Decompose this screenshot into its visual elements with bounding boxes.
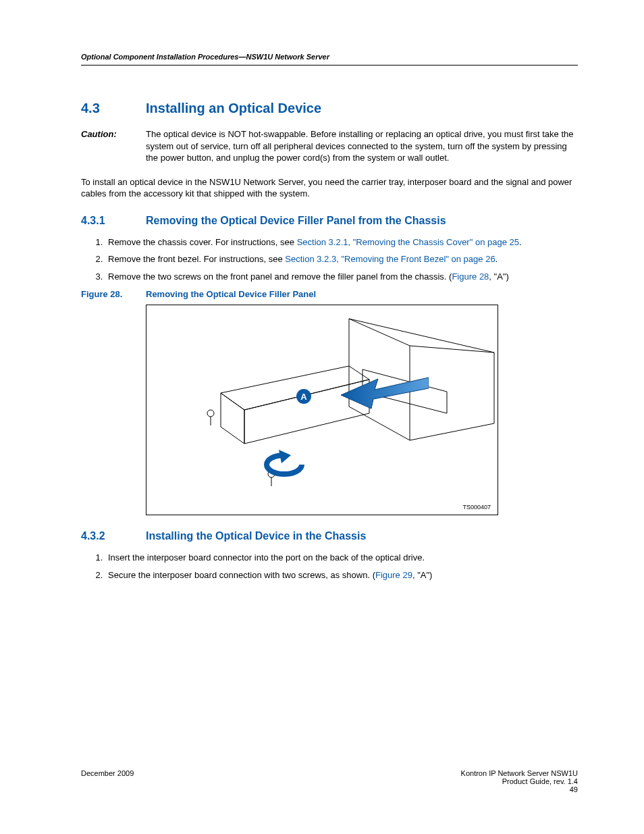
caution-label: Caution: <box>81 128 146 164</box>
intro-paragraph: To install an optical device in the NSW1… <box>81 176 578 200</box>
cross-reference-link[interactable]: Figure 28 <box>452 271 489 282</box>
footer-guide: Product Guide, rev. 1.4 <box>461 777 578 785</box>
subsection-title: Installing the Optical Device in the Cha… <box>146 530 578 542</box>
cross-reference-link[interactable]: Section 3.2.3, "Removing the Front Bezel… <box>285 254 495 264</box>
step-text: . <box>519 237 522 247</box>
procedure-list: Remove the chassis cover. For instructio… <box>90 236 578 283</box>
list-item: Remove the chassis cover. For instructio… <box>105 236 578 249</box>
list-item: Secure the interposer board connection w… <box>105 569 578 581</box>
figure-illustration: A TS000407 <box>146 305 498 515</box>
step-text: , "A") <box>489 271 508 282</box>
caution-block: Caution: The optical device is NOT hot-s… <box>81 128 578 164</box>
section-title: Installing an Optical Device <box>146 101 578 116</box>
figure-id-label: TS000407 <box>462 504 491 511</box>
figure-caption: Figure 28.Removing the Optical Device Fi… <box>81 289 578 299</box>
step-text: Remove the two screws on the front panel… <box>108 271 452 282</box>
footer-product: Kontron IP Network Server NSW1U <box>461 769 578 777</box>
svg-point-8 <box>207 410 214 417</box>
step-text: , "A") <box>412 570 432 580</box>
section-heading: 4.3 Installing an Optical Device <box>81 101 578 116</box>
list-item: Remove the front bezel. For instructions… <box>105 253 578 265</box>
footer-date: December 2009 <box>81 769 134 793</box>
list-item: Insert the interposer board connector in… <box>105 552 578 564</box>
step-text: Remove the front bezel. For instructions… <box>108 254 285 264</box>
step-text: Secure the interposer board connection w… <box>108 570 375 580</box>
footer-page-number: 49 <box>461 785 578 793</box>
procedure-list: Insert the interposer board connector in… <box>90 552 578 581</box>
step-text: . <box>495 254 498 264</box>
unscrew-arrow-icon <box>261 448 308 481</box>
header-rule <box>81 65 578 66</box>
svg-marker-6 <box>221 393 244 444</box>
subsection-heading: 4.3.1 Removing the Optical Device Filler… <box>81 215 578 227</box>
svg-marker-12 <box>341 377 429 409</box>
page-footer: December 2009 Kontron IP Network Server … <box>81 769 578 793</box>
svg-line-2 <box>410 346 494 353</box>
chassis-diagram-icon <box>146 305 498 515</box>
step-text: Remove the chassis cover. For instructio… <box>108 237 297 247</box>
cross-reference-link[interactable]: Section 3.2.1, "Removing the Chassis Cov… <box>297 237 519 247</box>
figure-title: Removing the Optical Device Filler Panel <box>146 289 316 299</box>
svg-line-1 <box>349 319 410 346</box>
subsection-number: 4.3.2 <box>81 530 146 542</box>
list-item: Remove the two screws on the front panel… <box>105 271 578 283</box>
section-number: 4.3 <box>81 101 146 116</box>
figure-number: Figure 28. <box>81 289 146 299</box>
subsection-number: 4.3.1 <box>81 215 146 227</box>
svg-marker-13 <box>279 450 291 463</box>
subsection-title: Removing the Optical Device Filler Panel… <box>146 215 578 227</box>
step-text: Insert the interposer board connector in… <box>108 552 425 563</box>
subsection-heading: 4.3.2 Installing the Optical Device in t… <box>81 530 578 542</box>
cross-reference-link[interactable]: Figure 29 <box>375 570 412 580</box>
caution-text: The optical device is NOT hot-swappable.… <box>146 128 578 164</box>
insert-arrow-icon <box>341 369 429 410</box>
running-header: Optional Component Installation Procedur… <box>81 53 578 61</box>
